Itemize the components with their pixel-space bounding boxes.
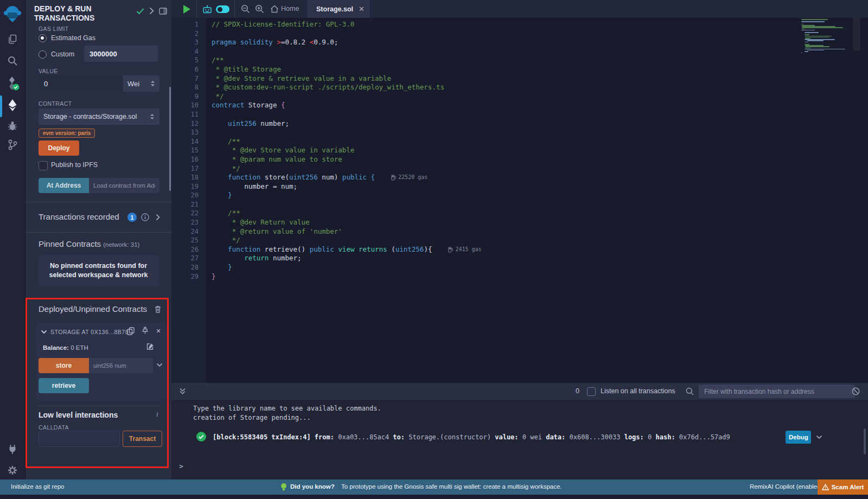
transaction-filter-input[interactable] [699, 385, 855, 398]
status-bar: Initialize as git repo Did you know? To … [0, 479, 868, 495]
contract-selected: Storage - contracts/Storage.sol [43, 113, 137, 120]
plugin-manager-icon[interactable] [0, 444, 25, 455]
balance-row: Balance: 0 ETH [43, 344, 88, 351]
value-label: VALUE [39, 68, 58, 74]
scam-alert-button[interactable]: Scam Alert [818, 479, 868, 495]
search-icon[interactable] [0, 55, 25, 66]
deploy-run-icon[interactable] [0, 99, 25, 112]
zoom-in-icon[interactable] [255, 4, 264, 14]
warning-icon [822, 484, 829, 490]
listen-all-label: Listen on all transactions [601, 387, 675, 395]
ai-copilot-robot-icon[interactable] [202, 5, 212, 14]
gas-limit-label: GAS LIMIT [39, 25, 69, 32]
copy-address-icon[interactable] [127, 327, 135, 335]
calldata-label: CALLDATA [39, 424, 69, 431]
deploy-button[interactable]: Deploy [39, 140, 79, 156]
at-address-button[interactable]: At Address [39, 178, 89, 193]
trash-icon[interactable] [155, 305, 161, 313]
editor-toolbar: Home Storage.sol ✕ [171, 0, 868, 18]
calldata-input[interactable] [39, 431, 120, 447]
toolbar-separator [196, 0, 197, 18]
terminal-line: Type the library name to see available c… [193, 405, 381, 412]
did-you-know-label: Did you know? [290, 483, 335, 490]
custom-gas-input[interactable] [84, 46, 158, 62]
git-init-status[interactable]: Initialize as git repo [11, 483, 64, 490]
panel-scrollbar[interactable] [169, 87, 171, 191]
tx-success-check-icon [196, 432, 206, 442]
remix-logo-icon[interactable] [0, 4, 25, 23]
divider [25, 232, 171, 233]
evm-version-badge: evm version: paris [39, 129, 95, 138]
zoom-out-icon[interactable] [241, 4, 250, 14]
transactions-recorded-label: Transactions recorded [39, 212, 119, 221]
editor-region: Home Storage.sol ✕ 1// SPDX-License-Iden… [171, 0, 868, 383]
store-args-input[interactable] [89, 358, 153, 373]
terminal-prompt[interactable]: > [179, 462, 183, 470]
clear-console-icon[interactable] [852, 387, 860, 395]
collapse-terminal-icon[interactable] [179, 388, 186, 395]
value-input[interactable] [39, 75, 123, 92]
run-script-play-icon[interactable] [183, 5, 190, 14]
terminal-search-icon[interactable] [686, 387, 694, 395]
debugger-icon[interactable] [0, 120, 25, 131]
retrieve-function-button[interactable]: retrieve [39, 378, 89, 393]
transactions-info-icon[interactable] [141, 213, 149, 221]
panel-forward-icon[interactable] [149, 7, 154, 15]
scam-alert-label: Scam Alert [832, 484, 864, 490]
contract-instance-header[interactable]: STORAGE AT 0X136...8B78 [50, 329, 129, 335]
solidity-compiler-icon[interactable] [0, 76, 25, 91]
value-unit-label: Wei [127, 80, 139, 88]
terminal-scrollbar[interactable] [864, 428, 866, 455]
debug-button[interactable]: Debug [786, 431, 811, 444]
divider [36, 406, 161, 406]
lightbulb-icon [280, 483, 287, 491]
settings-gear-icon[interactable] [0, 465, 25, 475]
estimated-gas-radio[interactable] [39, 34, 47, 42]
expand-log-icon[interactable] [816, 435, 822, 439]
value-unit-select[interactable]: Wei [123, 75, 159, 92]
expand-args-icon[interactable] [156, 363, 163, 367]
minimap-slider[interactable] [853, 18, 860, 50]
stepper-icon [150, 113, 155, 120]
toolbar-separator [234, 0, 235, 18]
copilot-status[interactable]: RemixAI Copilot (enabled) [750, 483, 822, 490]
solidity-file-icon [312, 5, 313, 13]
close-tab-icon[interactable]: ✕ [359, 5, 365, 13]
close-contract-icon[interactable]: × [156, 327, 161, 335]
transaction-log-line[interactable]: [block:5583405 txIndex:4] from: 0xa03...… [213, 433, 730, 441]
low-level-info-icon[interactable]: i [156, 410, 158, 419]
publish-ipfs-checkbox[interactable] [39, 161, 48, 170]
store-function-button[interactable]: store [39, 358, 89, 373]
custom-gas-radio[interactable] [39, 50, 47, 59]
copilot-toggle[interactable] [216, 5, 229, 13]
pin-contract-icon[interactable] [142, 327, 149, 335]
remix-ide-window: DEPLOY & RUN TRANSACTIONS GAS LIMIT Esti… [0, 0, 868, 499]
transact-button[interactable]: Transact [123, 431, 162, 447]
toggle-knob [218, 7, 222, 12]
stepper-icon [150, 80, 155, 87]
contract-select[interactable]: Storage - contracts/Storage.sol [39, 108, 159, 125]
editor-minimap[interactable] [801, 19, 861, 53]
panel-check-icon [136, 8, 144, 15]
code-editor[interactable]: 1// SPDX-License-Identifier: GPL-3.023pr… [171, 18, 868, 383]
terminal-toolbar: 0 Listen on all transactions [171, 383, 868, 400]
panel-title: DEPLOY & RUN TRANSACTIONS [34, 4, 135, 23]
deployed-contracts-title: Deployed/Unpinned Contracts [39, 304, 147, 314]
home-tab-label[interactable]: Home [281, 5, 299, 12]
edit-balance-icon[interactable] [146, 343, 154, 350]
git-icon[interactable] [0, 139, 25, 151]
tip-text: To prototype using the Gnosis safe multi… [341, 483, 562, 490]
no-pinned-contracts-message: No pinned contracts found forselected wo… [39, 255, 158, 286]
contract-collapse-icon[interactable] [41, 330, 47, 334]
tab-storage-sol[interactable]: Storage.sol ✕ [307, 0, 370, 18]
file-explorer-icon[interactable] [0, 34, 25, 44]
transactions-expand-icon[interactable] [156, 214, 160, 221]
icon-rail [0, 0, 25, 479]
at-address-input[interactable] [89, 178, 159, 193]
home-icon[interactable] [270, 5, 279, 13]
pinned-contracts-title: Pinned Contracts (network: 31) [39, 239, 139, 248]
window-bottom-edge [0, 495, 868, 499]
pin-panel-icon[interactable] [159, 8, 167, 15]
pinned-network-label: (network: 31) [103, 241, 139, 248]
listen-all-checkbox[interactable] [587, 387, 596, 396]
